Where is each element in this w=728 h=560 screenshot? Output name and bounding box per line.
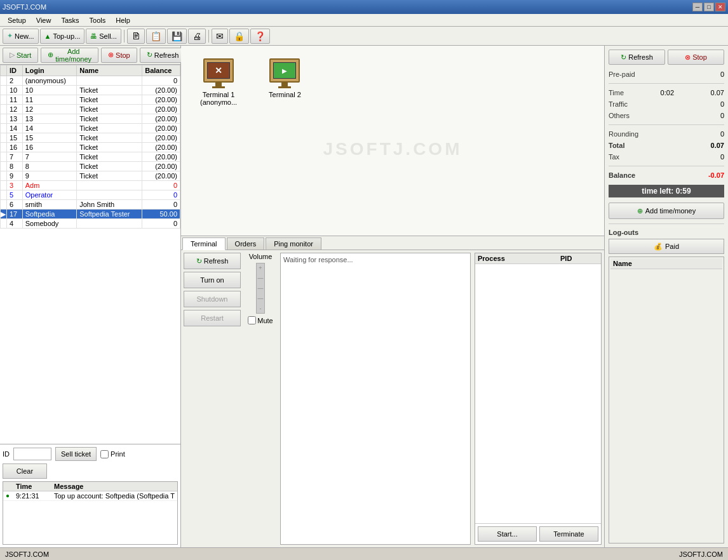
cell-login: Softpedia: [22, 210, 76, 219]
minimize-button[interactable]: ─: [692, 3, 703, 11]
window-controls: ─ □ ✕: [692, 3, 725, 11]
table-row[interactable]: 2 (anonymous) 0: [1, 76, 180, 86]
add-time-money-info-button[interactable]: ⊕ Add time/money: [609, 203, 724, 219]
icon-btn-1[interactable]: 🖹: [127, 29, 145, 44]
terminal-1-icon[interactable]: ✕ Terminal 1(anonymo...: [200, 58, 237, 106]
icon-btn-2[interactable]: 📋: [146, 29, 166, 44]
icon-btn-6[interactable]: 🔒: [229, 29, 249, 44]
status-left: JSOFTJ.COM: [5, 550, 49, 558]
info-refresh-button[interactable]: ↻ Refresh: [609, 50, 665, 65]
cell-login: Somebody: [22, 219, 76, 229]
cell-balance: (20.00): [142, 105, 180, 114]
table-row[interactable]: 4 Somebody 0: [1, 219, 180, 229]
terminal-2-icon[interactable]: ▶ Terminal 2: [269, 58, 301, 106]
maximize-button[interactable]: □: [704, 3, 714, 11]
cell-name: Ticket: [77, 114, 142, 124]
paid-button[interactable]: 💰 Paid: [609, 239, 724, 254]
table-row[interactable]: 5 Operator 0: [1, 190, 180, 200]
row-indicator: [1, 181, 7, 190]
process-start-button[interactable]: Start...: [478, 526, 537, 542]
new-label: New...: [15, 32, 34, 40]
cell-id: 14: [7, 124, 23, 133]
tab-orders[interactable]: Orders: [227, 237, 265, 250]
table-row[interactable]: 3 Adm 0: [1, 181, 180, 190]
cell-id: 15: [7, 133, 23, 143]
row-indicator: [1, 95, 7, 105]
refresh-label: Refresh: [154, 51, 179, 59]
balance-label: Balance: [609, 171, 635, 179]
terminal-refresh-button[interactable]: ↻ Refresh: [184, 253, 241, 269]
icon-btn-3[interactable]: 💾: [167, 29, 187, 44]
volume-control: Volume + — — — - Mute: [245, 253, 276, 545]
add-time-money-button[interactable]: ⊕ Add time/money: [41, 48, 98, 63]
traffic-label: Traffic: [609, 100, 628, 108]
time-row: Time 0:02 0.07: [609, 88, 724, 97]
tab-terminal[interactable]: Terminal: [182, 237, 226, 250]
turn-on-button[interactable]: Turn on: [184, 272, 241, 288]
volume-slider[interactable]: + — — — -: [256, 263, 265, 314]
table-row[interactable]: 13 13 Ticket (20.00): [1, 114, 180, 124]
table-row[interactable]: 7 7 Ticket (20.00): [1, 152, 180, 162]
table-row[interactable]: 15 15 Ticket (20.00): [1, 133, 180, 143]
menu-setup[interactable]: Setup: [3, 15, 31, 25]
icon-btn-4[interactable]: 🖨: [188, 29, 206, 44]
menu-view[interactable]: View: [31, 15, 57, 25]
shutdown-button[interactable]: Shutdown: [184, 291, 241, 307]
paid-label: Paid: [665, 243, 679, 250]
row-indicator: [1, 105, 7, 114]
table-row[interactable]: 12 12 Ticket (20.00): [1, 105, 180, 114]
info-stop-button[interactable]: ⊗ Stop: [668, 50, 724, 65]
table-row[interactable]: 14 14 Ticket (20.00): [1, 124, 180, 133]
watermark: JSOFTJ.COM: [323, 139, 462, 159]
tab-ping-monitor[interactable]: Ping monitor: [266, 237, 321, 250]
process-terminate-button[interactable]: Terminate: [539, 526, 598, 542]
table-row[interactable]: 6 smith John Smith 0: [1, 200, 180, 210]
id-field[interactable]: [13, 448, 51, 460]
log-rows: ● 9:21:31 Top up account: Softpedia (Sof…: [3, 491, 177, 501]
cell-login: 10: [22, 86, 76, 95]
cell-id: 3: [7, 181, 23, 190]
new-button[interactable]: ✦ New...: [3, 29, 39, 44]
col-id[interactable]: ID: [7, 65, 23, 76]
process-content: [475, 264, 601, 523]
col-balance[interactable]: Balance: [142, 65, 180, 76]
table-row[interactable]: 8 8 Ticket (20.00): [1, 162, 180, 171]
table-row[interactable]: ▶ 17 Softpedia Softpedia Tester 50.00: [1, 210, 180, 219]
icon-btn-5[interactable]: ✉: [212, 29, 228, 44]
client-table[interactable]: ID Login Name Balance 2 (anonymous) 0 10…: [0, 65, 180, 444]
stop-label: Stop: [116, 51, 130, 59]
table-row[interactable]: 9 9 Ticket (20.00): [1, 171, 180, 181]
refresh-top-button[interactable]: ↻ Refresh: [140, 48, 186, 63]
stop-button[interactable]: ⊗ Stop: [101, 48, 137, 63]
menu-help[interactable]: Help: [111, 15, 135, 25]
mute-checkbox-group: Mute: [248, 316, 273, 324]
sell-ticket-button[interactable]: Sell ticket: [55, 447, 97, 461]
mute-checkbox[interactable]: [248, 316, 256, 324]
cell-login: 9: [22, 171, 76, 181]
tab-content: ↻ Refresh Turn on Shutdown Restart: [181, 250, 604, 547]
table-row[interactable]: 10 10 Ticket (20.00): [1, 86, 180, 95]
terminal-1-sublabel: (anonymo...: [200, 98, 237, 106]
sell-button[interactable]: 🖶 Sell...: [86, 29, 121, 44]
top-up-button[interactable]: ▲ Top-up...: [40, 29, 85, 44]
traffic-row: Traffic 0: [609, 100, 724, 109]
add-icon: ⊕: [48, 51, 53, 59]
menu-tasks[interactable]: Tasks: [56, 15, 84, 25]
logouts-label: Log-outs: [609, 229, 724, 236]
col-name[interactable]: Name: [77, 65, 142, 76]
cell-name: Ticket: [77, 124, 142, 133]
cell-login: 7: [22, 152, 76, 162]
close-button[interactable]: ✕: [715, 3, 725, 11]
terminal-1-label: Terminal 1(anonymo...: [200, 91, 237, 106]
icon-btn-7[interactable]: ❓: [250, 29, 270, 44]
restart-button[interactable]: Restart: [184, 310, 241, 326]
print-checkbox[interactable]: [100, 450, 109, 458]
table-row[interactable]: 11 11 Ticket (20.00): [1, 95, 180, 105]
terminal-2-screen: ▶: [273, 62, 296, 79]
start-button[interactable]: ▷ Start: [3, 48, 38, 63]
table-row[interactable]: 16 16 Ticket (20.00): [1, 143, 180, 152]
col-login[interactable]: Login: [22, 65, 76, 76]
clear-button[interactable]: Clear: [3, 463, 47, 479]
menu-tools[interactable]: Tools: [84, 15, 111, 25]
id-field-label: ID: [3, 450, 10, 458]
